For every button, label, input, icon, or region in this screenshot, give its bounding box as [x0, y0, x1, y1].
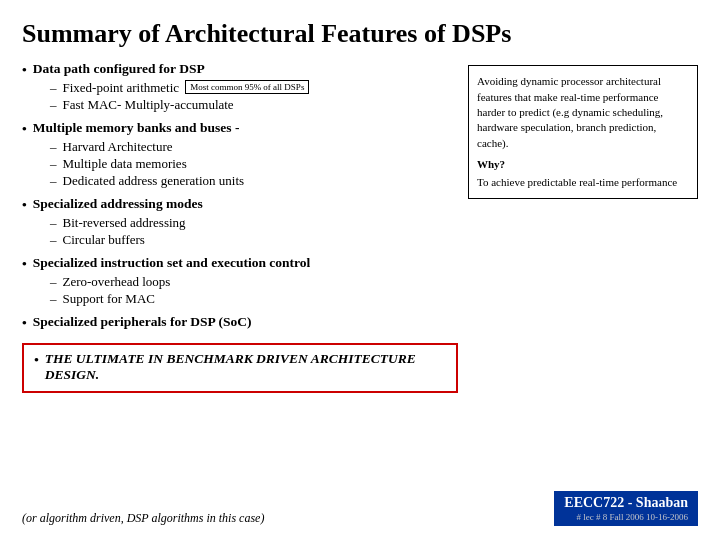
footer-course-sub: # lec # 8 Fall 2006 10-16-2006 — [577, 512, 689, 522]
sub-dash: – — [50, 139, 57, 155]
bullet-dot: • — [22, 197, 27, 213]
sub-bullet-4-2: – Support for MAC — [50, 291, 458, 307]
sub-dash: – — [50, 173, 57, 189]
sub-bullet-1-2: – Fast MAC- Multiply-accumulate — [50, 97, 458, 113]
bullet-section-4: • Specialized instruction set and execut… — [22, 255, 458, 308]
right-column: Avoiding dynamic processor architectural… — [468, 65, 698, 487]
bullet-text-4: Specialized instruction set and executio… — [33, 255, 311, 271]
content-area: • Data path configured for DSP – Fixed-p… — [22, 61, 698, 487]
bullet-section-5: • Specialized peripherals for DSP (SoC) — [22, 314, 458, 333]
sub-bullets-3: – Bit-reversed addressing – Circular buf… — [50, 215, 458, 248]
sub-text-2-2: Multiple data memories — [63, 156, 187, 172]
sub-dash: – — [50, 215, 57, 231]
highlight-text: THE ULTIMATE IN BENCHMARK DRIVEN ARCHITE… — [45, 351, 446, 383]
callout-why-label: Why? — [477, 157, 689, 172]
sub-text-3-2: Circular buffers — [63, 232, 145, 248]
sub-bullet-2-3: – Dedicated address generation units — [50, 173, 458, 189]
slide-title: Summary of Architectural Features of DSP… — [22, 18, 698, 49]
sub-bullet-2-1: – Harvard Architecture — [50, 139, 458, 155]
sub-text-4-2: Support for MAC — [63, 291, 155, 307]
footer-course-title: EECC722 - Shaaban — [564, 495, 688, 511]
sub-text-1-2: Fast MAC- Multiply-accumulate — [63, 97, 234, 113]
bullet-main-3: • Specialized addressing modes — [22, 196, 458, 213]
sub-bullet-3-1: – Bit-reversed addressing — [50, 215, 458, 231]
bullet-text-1: Data path configured for DSP — [33, 61, 205, 77]
slide: Summary of Architectural Features of DSP… — [0, 0, 720, 540]
sub-dash: – — [50, 291, 57, 307]
sub-bullets-1: – Fixed-point arithmetic Most common 95%… — [50, 80, 458, 113]
footer-right: EECC722 - Shaaban # lec # 8 Fall 2006 10… — [554, 491, 698, 526]
sub-bullets-4: – Zero-overhead loops – Support for MAC — [50, 274, 458, 307]
highlight-bullet: • THE ULTIMATE IN BENCHMARK DRIVEN ARCHI… — [34, 351, 446, 383]
footer-area: (or algorithm driven, DSP algorithms in … — [22, 491, 698, 526]
badge-most-common: Most common 95% of all DSPs — [185, 80, 309, 94]
bullet-section-3: • Specialized addressing modes – Bit-rev… — [22, 196, 458, 249]
highlight-box: • THE ULTIMATE IN BENCHMARK DRIVEN ARCHI… — [22, 343, 458, 393]
bullet-main-5: • Specialized peripherals for DSP (SoC) — [22, 314, 458, 331]
callout-box: Avoiding dynamic processor architectural… — [468, 65, 698, 199]
bullet-dot: • — [22, 256, 27, 272]
sub-dash: – — [50, 232, 57, 248]
bullet-text-3: Specialized addressing modes — [33, 196, 203, 212]
bullet-text-2: Multiple memory banks and buses - — [33, 120, 240, 136]
sub-dash: – — [50, 156, 57, 172]
sub-dash: – — [50, 80, 57, 96]
bullet-dot: • — [22, 315, 27, 331]
callout-body: Avoiding dynamic processor architectural… — [477, 75, 663, 149]
bullet-text-5: Specialized peripherals for DSP (SoC) — [33, 314, 252, 330]
sub-bullet-3-2: – Circular buffers — [50, 232, 458, 248]
bullet-dot: • — [22, 121, 27, 137]
sub-dash: – — [50, 97, 57, 113]
sub-bullet-1-1: – Fixed-point arithmetic Most common 95%… — [50, 80, 458, 96]
bullet-main-4: • Specialized instruction set and execut… — [22, 255, 458, 272]
sub-bullet-4-1: – Zero-overhead loops — [50, 274, 458, 290]
sub-dash: – — [50, 274, 57, 290]
bullet-section-1: • Data path configured for DSP – Fixed-p… — [22, 61, 458, 114]
bullet-main-1: • Data path configured for DSP — [22, 61, 458, 78]
sub-text-4-1: Zero-overhead loops — [63, 274, 171, 290]
footer-left: (or algorithm driven, DSP algorithms in … — [22, 511, 264, 526]
sub-text-1-1: Fixed-point arithmetic — [63, 80, 180, 96]
sub-bullets-2: – Harvard Architecture – Multiple data m… — [50, 139, 458, 189]
bullet-dot: • — [22, 62, 27, 78]
bullet-section-2: • Multiple memory banks and buses - – Ha… — [22, 120, 458, 190]
sub-text-2-1: Harvard Architecture — [63, 139, 173, 155]
sub-text-3-1: Bit-reversed addressing — [63, 215, 186, 231]
sub-bullet-2-2: – Multiple data memories — [50, 156, 458, 172]
sub-text-2-3: Dedicated address generation units — [63, 173, 245, 189]
left-column: • Data path configured for DSP – Fixed-p… — [22, 61, 458, 487]
bullet-main-2: • Multiple memory banks and buses - — [22, 120, 458, 137]
callout-why-text: To achieve predictable real-time perform… — [477, 176, 677, 188]
bullet-dot: • — [34, 352, 39, 368]
